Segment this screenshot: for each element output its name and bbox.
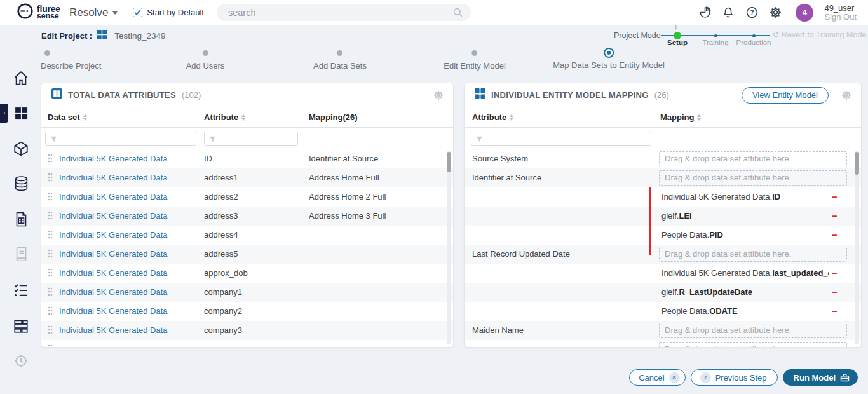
remove-mapping-button[interactable]: − [832, 187, 837, 207]
remove-mapping-button[interactable]: − [832, 302, 837, 321]
sort-attribute[interactable] [510, 114, 513, 121]
data-attribute-row[interactable]: Individual 5K Generated Data company2 [41, 302, 453, 321]
step-edit-entity-model[interactable]: Edit Entity Model [444, 50, 506, 71]
cancel-button[interactable]: Cancel × [629, 369, 685, 386]
step-add-data-sets[interactable]: Add Data Sets [313, 50, 367, 71]
left-panel-gear-icon[interactable] [433, 90, 444, 101]
mapped-dataset-field[interactable]: gleif.R_LastUpdateDate [661, 283, 752, 302]
drag-handle-icon[interactable] [48, 306, 53, 318]
mode-training-dot[interactable] [714, 34, 717, 37]
app-switcher[interactable]: Resolve [69, 6, 118, 19]
entity-attribute-filter-input[interactable] [471, 132, 651, 145]
avatar[interactable]: 4 [796, 4, 813, 22]
dataset-link[interactable]: Individual 5K Generated Data [59, 283, 168, 302]
sidebar-item-datasets[interactable] [11, 174, 31, 193]
data-attribute-row[interactable]: Individual 5K Generated Data address3 Ad… [41, 207, 453, 226]
drop-zone[interactable]: Drag & drop data set attibute here. [659, 170, 847, 186]
data-attribute-row[interactable] [41, 340, 453, 348]
right-filter-row [465, 128, 861, 149]
sidebar-item-projects[interactable] [11, 104, 31, 123]
dataset-link[interactable]: Individual 5K Generated Data [59, 187, 168, 207]
sort-attribute[interactable] [241, 114, 245, 121]
mapped-attribute-row: gleif.R_LastUpdateDate − [465, 283, 861, 302]
dataset-link[interactable]: Individual 5K Generated Data [59, 321, 168, 340]
remove-mapping-button[interactable]: − [832, 226, 837, 245]
sort-mapping[interactable] [697, 114, 701, 121]
revert-to-training-button[interactable]: ↺ Revert to Training Mode [773, 30, 866, 39]
drag-handle-icon[interactable] [48, 211, 53, 222]
data-attribute-row[interactable]: Individual 5K Generated Data company3 [41, 321, 453, 340]
drag-handle-icon[interactable] [48, 344, 53, 348]
mapped-attribute-row: People Data.ODATE − [465, 302, 861, 321]
brand-logo[interactable]: fluree sense [17, 3, 60, 22]
search-input[interactable] [217, 4, 471, 21]
data-attribute-row[interactable]: Individual 5K Generated Data address5 [41, 245, 453, 264]
sidebar-item-models[interactable] [11, 139, 31, 158]
data-attribute-row[interactable]: Individual 5K Generated Data company1 [41, 283, 453, 302]
drag-handle-icon[interactable] [48, 249, 53, 261]
sidebar-item-tasks[interactable] [11, 281, 31, 300]
drop-zone[interactable]: Drag & drop data set attibute here. [659, 247, 847, 262]
notifications-bell-icon[interactable] [721, 6, 735, 20]
drag-handle-icon[interactable] [48, 268, 53, 280]
drop-zone[interactable]: Drag & drop data set attibute here. [659, 342, 847, 348]
sidebar-item-pipelines[interactable] [11, 316, 31, 336]
previous-step-button[interactable]: ‹ Previous Step [691, 369, 778, 386]
start-by-default-checkbox[interactable]: Start by Default [133, 8, 204, 17]
right-scrollbar-thumb[interactable] [855, 152, 859, 175]
attribute-cell: address1 [204, 168, 238, 187]
mode-production-dot[interactable] [752, 34, 756, 37]
attribute-cell: address2 [204, 187, 238, 207]
mapped-dataset-field[interactable]: gleif.LEI [661, 207, 692, 226]
dataset-link[interactable]: Individual 5K Generated Data [59, 226, 168, 245]
attribute-filter-input[interactable] [205, 132, 297, 145]
mapped-dataset-field[interactable]: People Data.ODATE [661, 302, 738, 321]
left-scrollbar-thumb[interactable] [447, 152, 451, 172]
drop-zone[interactable]: Drag & drop data set attibute here. [659, 323, 847, 338]
dataset-link[interactable]: Individual 5K Generated Data [59, 149, 168, 168]
dataset-link[interactable]: Individual 5K Generated Data [59, 168, 168, 187]
drag-handle-icon[interactable] [48, 173, 53, 184]
data-attribute-row[interactable]: Individual 5K Generated Data ID Identifi… [41, 149, 453, 168]
attribute-cell: address4 [204, 226, 238, 245]
drag-handle-icon[interactable] [48, 154, 53, 165]
dataset-link[interactable]: Individual 5K Generated Data [59, 302, 168, 321]
drop-zone[interactable]: Drag & drop data set attibute here. [659, 151, 847, 166]
dataset-link[interactable]: Individual 5K Generated Data [59, 245, 168, 264]
dataset-filter-input[interactable] [46, 132, 196, 145]
remove-mapping-button[interactable]: − [832, 207, 837, 226]
drag-handle-icon[interactable] [48, 230, 53, 241]
drag-handle-icon[interactable] [48, 192, 53, 203]
settings-gear-icon[interactable] [768, 6, 782, 20]
progress-steps: Describe Project Add Users Add Data Sets… [0, 50, 868, 68]
left-filter-row [41, 128, 453, 149]
dataset-link[interactable]: Individual 5K Generated Data [59, 207, 168, 226]
step-describe-project[interactable]: Describe Project [41, 50, 101, 71]
data-attribute-row[interactable]: Individual 5K Generated Data approx_dob [41, 264, 453, 283]
help-icon[interactable]: ? [745, 6, 759, 20]
step-add-users[interactable]: Add Users [186, 50, 225, 71]
mapped-dataset-field[interactable]: Individual 5K Generated Data.last_update… [661, 264, 829, 283]
drag-handle-icon[interactable] [48, 287, 53, 299]
view-entity-model-button[interactable]: View Entity Model [742, 87, 829, 104]
data-attribute-row[interactable]: Individual 5K Generated Data address4 [41, 226, 453, 245]
sidebar-item-data-report[interactable] [11, 210, 31, 229]
sort-data-set[interactable] [83, 114, 87, 121]
mapped-dataset-field[interactable]: People Data.PID [661, 226, 723, 245]
mapped-dataset-field[interactable]: Individual 5K Generated Data.ID [661, 187, 780, 207]
run-model-button[interactable]: Run Model [783, 369, 858, 386]
sidebar-item-home[interactable] [11, 69, 31, 88]
remove-mapping-button[interactable]: − [832, 264, 837, 283]
step-map-data-sets[interactable]: Map Data Sets to Entity Model [553, 50, 665, 70]
sidebar-item-history[interactable] [11, 351, 31, 370]
data-attribute-row[interactable]: Individual 5K Generated Data address2 Ad… [41, 187, 453, 207]
data-attribute-row[interactable]: Individual 5K Generated Data address1 Ad… [41, 168, 453, 187]
reports-pie-icon[interactable] [698, 6, 712, 20]
dataset-link[interactable]: Individual 5K Generated Data [59, 264, 168, 283]
drag-handle-icon[interactable] [48, 325, 53, 337]
sidebar-item-library[interactable] [11, 245, 31, 264]
remove-mapping-button[interactable]: − [832, 283, 837, 302]
funnel-icon [209, 136, 216, 143]
sign-out-link[interactable]: Sign Out [824, 13, 857, 22]
right-panel-gear-icon[interactable] [841, 90, 852, 101]
